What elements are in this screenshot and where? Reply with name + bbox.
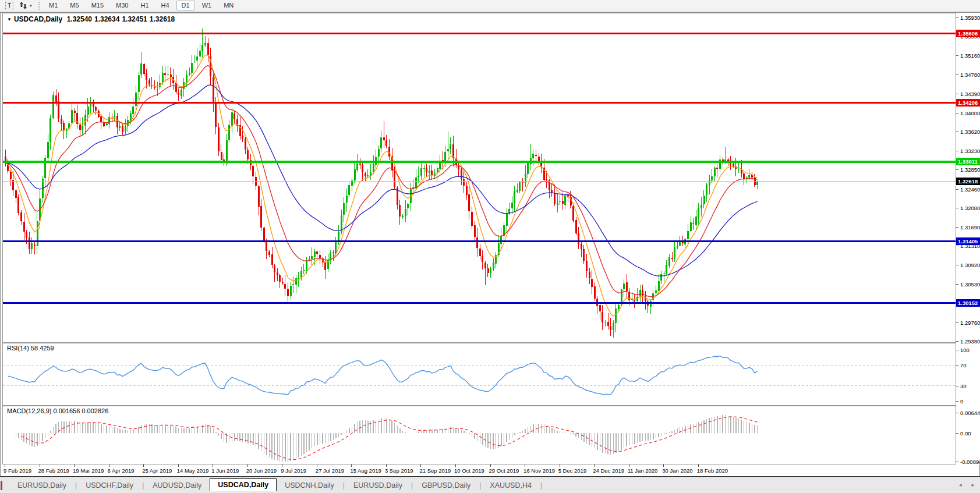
rsi-panel[interactable]: RSI(14) 58.4259 xyxy=(2,343,956,406)
tab-gbpusd-daily[interactable]: GBPUSD,Daily xyxy=(413,479,479,492)
date-tick xyxy=(213,464,213,467)
scroll-left-icon[interactable]: ◄ xyxy=(958,483,963,488)
timeframe-mn[interactable]: MN xyxy=(218,1,239,10)
price-tick-label-tick xyxy=(956,265,958,265)
date-label: 29 Oct 2019 xyxy=(489,467,519,474)
date-tick xyxy=(109,464,109,467)
price-chart-panel[interactable]: ▼USDCAD,Daily 1.325401.326341.324511.326… xyxy=(2,13,956,343)
date-label: 27 Jul 2019 xyxy=(316,467,344,474)
tab-separator: | xyxy=(75,481,77,490)
timeframe-m1[interactable]: M1 xyxy=(44,1,63,10)
date-tick xyxy=(317,464,317,467)
date-label: 14 May 2019 xyxy=(177,467,209,474)
macd-tick-label: 0.006448 xyxy=(960,410,980,416)
macd-tick-label-tick xyxy=(956,413,958,413)
tab-separator: | xyxy=(479,481,481,490)
price-tick-label: 1.30920 xyxy=(960,262,980,268)
timeframe-m30[interactable]: M30 xyxy=(111,1,133,10)
timeframe-h1[interactable]: H1 xyxy=(135,1,154,10)
date-label: 25 Apr 2019 xyxy=(142,467,172,474)
date-label: 11 Jan 2020 xyxy=(628,467,658,474)
price-tick-label-tick xyxy=(956,227,958,228)
date-tick xyxy=(455,464,456,467)
price-tick-label-tick xyxy=(956,246,958,246)
price-tick-label-tick xyxy=(956,284,958,285)
chart-symbol: USDCAD,Daily xyxy=(14,15,62,23)
bar-high: 1.32634 xyxy=(94,15,119,23)
date-label: 10 Oct 2019 xyxy=(454,467,484,474)
toolbar-separator xyxy=(38,2,40,10)
tab-xauusd-h4[interactable]: XAUUSD,H4 xyxy=(482,479,540,492)
price-axis[interactable]: 1.359301.355501.351601.347801.343901.340… xyxy=(956,13,980,464)
price-tick-label-tick xyxy=(956,132,958,132)
tab-usdcnh-daily[interactable]: USDCNH,Daily xyxy=(277,479,342,492)
price-tick-label-tick xyxy=(956,94,958,94)
tab-usdchf-daily[interactable]: USDCHF,Daily xyxy=(77,479,141,492)
tab-eurusd-daily[interactable]: EURUSD,Daily xyxy=(345,479,411,492)
date-tick xyxy=(560,464,560,467)
tab-separator: | xyxy=(142,481,144,490)
bar-open: 1.32540 xyxy=(67,15,92,23)
price-tick-label: 1.29760 xyxy=(960,320,980,326)
date-tick xyxy=(663,464,664,467)
date-label: 3 Sep 2019 xyxy=(385,467,413,474)
timeframe-d1[interactable]: D1 xyxy=(176,1,195,10)
date-tick xyxy=(143,464,144,467)
timeframe-m5[interactable]: M5 xyxy=(65,1,84,10)
tab-list: EURUSD,Daily|USDCHF,Daily|AUDUSD,DailyUS… xyxy=(9,479,543,492)
window-left-border xyxy=(0,12,1,476)
date-tick xyxy=(5,464,5,467)
date-label: 19 Mar 2019 xyxy=(73,467,104,474)
rsi-tick-label: 100 xyxy=(960,347,970,353)
price-tick-label: 1.32850 xyxy=(960,166,980,173)
date-axis[interactable]: 9 Feb 201928 Feb 201919 Mar 20196 Apr 20… xyxy=(2,464,956,476)
timeframe-m15[interactable]: M15 xyxy=(86,1,109,10)
macd-tick-label: -0.008982 xyxy=(960,459,980,465)
date-tick xyxy=(525,464,525,467)
scroll-right-icon[interactable]: ► xyxy=(971,483,975,488)
date-tick xyxy=(594,464,595,467)
date-label: 28 Feb 2019 xyxy=(38,467,69,474)
price-tick-label: 1.29380 xyxy=(960,338,980,345)
collapse-icon[interactable]: ▼ xyxy=(7,17,12,22)
timeframe-group: M1M5M15M30H1H4D1W1MN xyxy=(44,1,240,10)
timeframe-w1[interactable]: W1 xyxy=(197,1,217,10)
level-badge-1.34206: 1.34206 xyxy=(956,99,980,107)
date-label: 9 Jul 2019 xyxy=(281,467,306,474)
price-tick-label: 1.32080 xyxy=(960,205,980,211)
rsi-tick-label: 0 xyxy=(960,398,963,405)
date-label: 24 Dec 2019 xyxy=(593,467,624,474)
level-badge-1.30152: 1.30152 xyxy=(956,299,980,307)
price-tick-label-tick xyxy=(956,189,958,190)
date-tick xyxy=(420,464,421,467)
price-tick-label-tick xyxy=(956,17,958,18)
rsi-tick-label-tick xyxy=(956,350,958,350)
current-price-badge: 1.32618 xyxy=(956,178,980,185)
tab-eurusd-daily[interactable]: EURUSD,Daily xyxy=(9,479,75,492)
price-tick-label-tick xyxy=(956,113,958,114)
price-tick-label-tick xyxy=(956,55,958,56)
rsi-tick-label: 30 xyxy=(960,383,967,389)
chevron-down-icon: ▼ xyxy=(29,4,33,8)
cycle-arrows-icon xyxy=(19,2,27,9)
date-label: 16 Nov 2019 xyxy=(523,467,555,474)
date-tick xyxy=(247,464,248,467)
tab-usdcad-daily[interactable]: USDCAD,Daily xyxy=(210,478,277,491)
price-tick-label-tick xyxy=(956,75,958,75)
date-label: 30 Jan 2020 xyxy=(662,467,692,474)
tab-bar-grip xyxy=(1,481,2,490)
tab-audusd-daily[interactable]: AUDUSD,Daily xyxy=(144,479,210,492)
tab-separator: | xyxy=(540,481,542,490)
price-tick-label-tick xyxy=(956,341,958,342)
price-tick-label-tick xyxy=(956,151,958,151)
date-tick xyxy=(386,464,387,467)
timeframe-h4[interactable]: H4 xyxy=(156,1,175,10)
date-label: 18 Feb 2020 xyxy=(697,467,728,474)
chart-title: ▼USDCAD,Daily 1.325401.326341.324511.326… xyxy=(7,15,177,23)
mt4-window: T ▼ M1M5M15M30H1H4D1W1MN ▼USDCAD,Daily 1… xyxy=(0,0,980,493)
indicators-button[interactable]: ▼ xyxy=(17,1,35,10)
macd-panel[interactable]: MACD(12,26,9) 0.001656 0.002826 xyxy=(2,406,956,464)
level-badge-1.35606: 1.35606 xyxy=(956,30,980,37)
text-tool-button[interactable]: T xyxy=(3,1,16,10)
price-tick-label-tick xyxy=(956,208,958,208)
